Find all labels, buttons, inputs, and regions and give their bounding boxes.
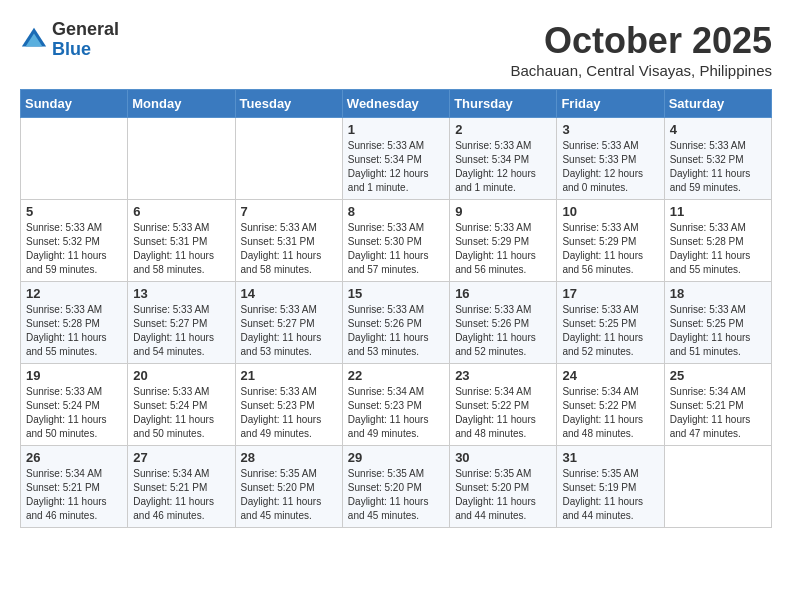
calendar-cell: 2Sunrise: 5:33 AM Sunset: 5:34 PM Daylig… bbox=[450, 118, 557, 200]
title-block: October 2025 Bachauan, Central Visayas, … bbox=[510, 20, 772, 79]
day-number: 31 bbox=[562, 450, 658, 465]
calendar-cell: 7Sunrise: 5:33 AM Sunset: 5:31 PM Daylig… bbox=[235, 200, 342, 282]
calendar-cell: 22Sunrise: 5:34 AM Sunset: 5:23 PM Dayli… bbox=[342, 364, 449, 446]
calendar-cell: 9Sunrise: 5:33 AM Sunset: 5:29 PM Daylig… bbox=[450, 200, 557, 282]
calendar-cell: 16Sunrise: 5:33 AM Sunset: 5:26 PM Dayli… bbox=[450, 282, 557, 364]
calendar-cell: 20Sunrise: 5:33 AM Sunset: 5:24 PM Dayli… bbox=[128, 364, 235, 446]
day-number: 4 bbox=[670, 122, 766, 137]
calendar-cell: 6Sunrise: 5:33 AM Sunset: 5:31 PM Daylig… bbox=[128, 200, 235, 282]
day-number: 18 bbox=[670, 286, 766, 301]
day-number: 12 bbox=[26, 286, 122, 301]
calendar-cell: 3Sunrise: 5:33 AM Sunset: 5:33 PM Daylig… bbox=[557, 118, 664, 200]
calendar-cell: 21Sunrise: 5:33 AM Sunset: 5:23 PM Dayli… bbox=[235, 364, 342, 446]
day-info: Sunrise: 5:33 AM Sunset: 5:34 PM Dayligh… bbox=[348, 139, 444, 195]
calendar-cell bbox=[664, 446, 771, 528]
calendar-cell bbox=[235, 118, 342, 200]
day-info: Sunrise: 5:33 AM Sunset: 5:27 PM Dayligh… bbox=[133, 303, 229, 359]
calendar-cell: 10Sunrise: 5:33 AM Sunset: 5:29 PM Dayli… bbox=[557, 200, 664, 282]
day-info: Sunrise: 5:34 AM Sunset: 5:22 PM Dayligh… bbox=[562, 385, 658, 441]
day-info: Sunrise: 5:35 AM Sunset: 5:20 PM Dayligh… bbox=[241, 467, 337, 523]
day-info: Sunrise: 5:33 AM Sunset: 5:27 PM Dayligh… bbox=[241, 303, 337, 359]
day-number: 30 bbox=[455, 450, 551, 465]
day-number: 14 bbox=[241, 286, 337, 301]
day-info: Sunrise: 5:33 AM Sunset: 5:31 PM Dayligh… bbox=[241, 221, 337, 277]
weekday-header-monday: Monday bbox=[128, 90, 235, 118]
calendar-cell: 15Sunrise: 5:33 AM Sunset: 5:26 PM Dayli… bbox=[342, 282, 449, 364]
day-number: 26 bbox=[26, 450, 122, 465]
day-info: Sunrise: 5:34 AM Sunset: 5:21 PM Dayligh… bbox=[670, 385, 766, 441]
calendar-cell bbox=[21, 118, 128, 200]
day-number: 13 bbox=[133, 286, 229, 301]
calendar-cell: 4Sunrise: 5:33 AM Sunset: 5:32 PM Daylig… bbox=[664, 118, 771, 200]
day-number: 7 bbox=[241, 204, 337, 219]
calendar-cell: 29Sunrise: 5:35 AM Sunset: 5:20 PM Dayli… bbox=[342, 446, 449, 528]
day-number: 19 bbox=[26, 368, 122, 383]
calendar-cell: 26Sunrise: 5:34 AM Sunset: 5:21 PM Dayli… bbox=[21, 446, 128, 528]
calendar-cell: 19Sunrise: 5:33 AM Sunset: 5:24 PM Dayli… bbox=[21, 364, 128, 446]
calendar-cell: 12Sunrise: 5:33 AM Sunset: 5:28 PM Dayli… bbox=[21, 282, 128, 364]
day-number: 5 bbox=[26, 204, 122, 219]
day-number: 25 bbox=[670, 368, 766, 383]
day-info: Sunrise: 5:33 AM Sunset: 5:29 PM Dayligh… bbox=[455, 221, 551, 277]
day-info: Sunrise: 5:35 AM Sunset: 5:20 PM Dayligh… bbox=[455, 467, 551, 523]
weekday-row: SundayMondayTuesdayWednesdayThursdayFrid… bbox=[21, 90, 772, 118]
day-info: Sunrise: 5:34 AM Sunset: 5:23 PM Dayligh… bbox=[348, 385, 444, 441]
location-subtitle: Bachauan, Central Visayas, Philippines bbox=[510, 62, 772, 79]
day-number: 8 bbox=[348, 204, 444, 219]
day-info: Sunrise: 5:33 AM Sunset: 5:25 PM Dayligh… bbox=[670, 303, 766, 359]
day-number: 11 bbox=[670, 204, 766, 219]
day-number: 17 bbox=[562, 286, 658, 301]
calendar-week-5: 26Sunrise: 5:34 AM Sunset: 5:21 PM Dayli… bbox=[21, 446, 772, 528]
calendar-cell: 1Sunrise: 5:33 AM Sunset: 5:34 PM Daylig… bbox=[342, 118, 449, 200]
day-info: Sunrise: 5:33 AM Sunset: 5:29 PM Dayligh… bbox=[562, 221, 658, 277]
day-number: 15 bbox=[348, 286, 444, 301]
day-info: Sunrise: 5:33 AM Sunset: 5:32 PM Dayligh… bbox=[670, 139, 766, 195]
month-title: October 2025 bbox=[510, 20, 772, 62]
calendar-week-2: 5Sunrise: 5:33 AM Sunset: 5:32 PM Daylig… bbox=[21, 200, 772, 282]
day-number: 6 bbox=[133, 204, 229, 219]
weekday-header-saturday: Saturday bbox=[664, 90, 771, 118]
calendar-cell: 14Sunrise: 5:33 AM Sunset: 5:27 PM Dayli… bbox=[235, 282, 342, 364]
day-info: Sunrise: 5:33 AM Sunset: 5:33 PM Dayligh… bbox=[562, 139, 658, 195]
day-info: Sunrise: 5:33 AM Sunset: 5:28 PM Dayligh… bbox=[26, 303, 122, 359]
calendar-cell: 27Sunrise: 5:34 AM Sunset: 5:21 PM Dayli… bbox=[128, 446, 235, 528]
calendar-header: SundayMondayTuesdayWednesdayThursdayFrid… bbox=[21, 90, 772, 118]
day-info: Sunrise: 5:34 AM Sunset: 5:21 PM Dayligh… bbox=[133, 467, 229, 523]
calendar-cell: 24Sunrise: 5:34 AM Sunset: 5:22 PM Dayli… bbox=[557, 364, 664, 446]
calendar-cell: 8Sunrise: 5:33 AM Sunset: 5:30 PM Daylig… bbox=[342, 200, 449, 282]
day-info: Sunrise: 5:33 AM Sunset: 5:34 PM Dayligh… bbox=[455, 139, 551, 195]
day-number: 3 bbox=[562, 122, 658, 137]
weekday-header-wednesday: Wednesday bbox=[342, 90, 449, 118]
day-info: Sunrise: 5:34 AM Sunset: 5:22 PM Dayligh… bbox=[455, 385, 551, 441]
day-number: 24 bbox=[562, 368, 658, 383]
logo: General Blue bbox=[20, 20, 119, 60]
day-number: 29 bbox=[348, 450, 444, 465]
weekday-header-friday: Friday bbox=[557, 90, 664, 118]
day-info: Sunrise: 5:33 AM Sunset: 5:24 PM Dayligh… bbox=[26, 385, 122, 441]
calendar-cell: 18Sunrise: 5:33 AM Sunset: 5:25 PM Dayli… bbox=[664, 282, 771, 364]
day-info: Sunrise: 5:33 AM Sunset: 5:32 PM Dayligh… bbox=[26, 221, 122, 277]
calendar-week-4: 19Sunrise: 5:33 AM Sunset: 5:24 PM Dayli… bbox=[21, 364, 772, 446]
day-info: Sunrise: 5:33 AM Sunset: 5:23 PM Dayligh… bbox=[241, 385, 337, 441]
calendar-body: 1Sunrise: 5:33 AM Sunset: 5:34 PM Daylig… bbox=[21, 118, 772, 528]
day-info: Sunrise: 5:34 AM Sunset: 5:21 PM Dayligh… bbox=[26, 467, 122, 523]
day-number: 9 bbox=[455, 204, 551, 219]
day-info: Sunrise: 5:33 AM Sunset: 5:26 PM Dayligh… bbox=[348, 303, 444, 359]
calendar-cell: 5Sunrise: 5:33 AM Sunset: 5:32 PM Daylig… bbox=[21, 200, 128, 282]
calendar-cell: 31Sunrise: 5:35 AM Sunset: 5:19 PM Dayli… bbox=[557, 446, 664, 528]
day-number: 27 bbox=[133, 450, 229, 465]
day-info: Sunrise: 5:33 AM Sunset: 5:24 PM Dayligh… bbox=[133, 385, 229, 441]
calendar-week-1: 1Sunrise: 5:33 AM Sunset: 5:34 PM Daylig… bbox=[21, 118, 772, 200]
day-number: 2 bbox=[455, 122, 551, 137]
day-info: Sunrise: 5:35 AM Sunset: 5:20 PM Dayligh… bbox=[348, 467, 444, 523]
weekday-header-tuesday: Tuesday bbox=[235, 90, 342, 118]
day-info: Sunrise: 5:33 AM Sunset: 5:26 PM Dayligh… bbox=[455, 303, 551, 359]
day-info: Sunrise: 5:33 AM Sunset: 5:28 PM Dayligh… bbox=[670, 221, 766, 277]
day-number: 1 bbox=[348, 122, 444, 137]
calendar-cell: 11Sunrise: 5:33 AM Sunset: 5:28 PM Dayli… bbox=[664, 200, 771, 282]
logo-text: General Blue bbox=[52, 20, 119, 60]
calendar-cell: 28Sunrise: 5:35 AM Sunset: 5:20 PM Dayli… bbox=[235, 446, 342, 528]
calendar-cell: 30Sunrise: 5:35 AM Sunset: 5:20 PM Dayli… bbox=[450, 446, 557, 528]
day-number: 28 bbox=[241, 450, 337, 465]
calendar-cell: 13Sunrise: 5:33 AM Sunset: 5:27 PM Dayli… bbox=[128, 282, 235, 364]
